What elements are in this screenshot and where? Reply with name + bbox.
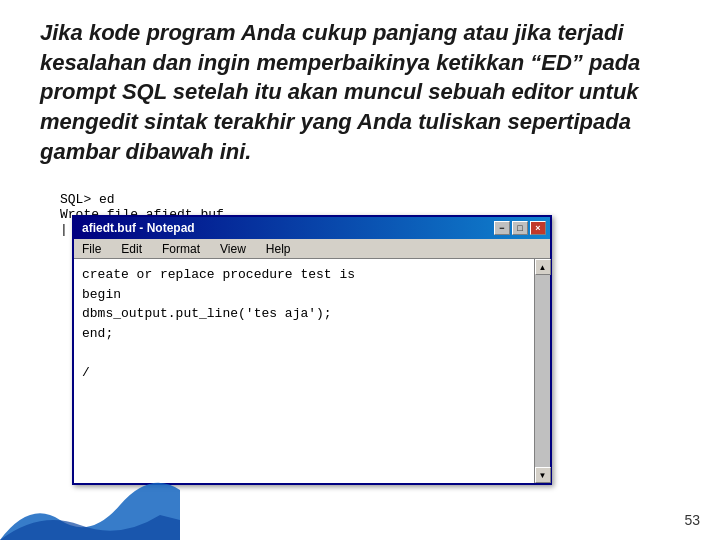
scroll-track [535, 275, 550, 467]
menu-format[interactable]: Format [158, 241, 204, 257]
maximize-button[interactable]: □ [512, 221, 528, 235]
menu-view[interactable]: View [216, 241, 250, 257]
scroll-up-button[interactable]: ▲ [535, 259, 551, 275]
notepad-menubar: File Edit Format View Help [74, 239, 550, 259]
main-paragraph: Jika kode program Anda cukup panjang ata… [40, 18, 680, 166]
scroll-down-button[interactable]: ▼ [535, 467, 551, 483]
wave-decoration [0, 450, 180, 540]
menu-edit[interactable]: Edit [117, 241, 146, 257]
close-button[interactable]: × [530, 221, 546, 235]
notepad-scrollbar: ▲ ▼ [534, 259, 550, 483]
minimize-button[interactable]: − [494, 221, 510, 235]
slide-container: Jika kode program Anda cukup panjang ata… [0, 0, 720, 540]
notepad-titlebar: afiedt.buf - Notepad − □ × [74, 217, 550, 239]
page-number: 53 [684, 512, 700, 528]
menu-file[interactable]: File [78, 241, 105, 257]
menu-help[interactable]: Help [262, 241, 295, 257]
sql-prompt-line1: SQL> ed [60, 192, 224, 207]
titlebar-buttons: − □ × [494, 221, 546, 235]
notepad-title: afiedt.buf - Notepad [82, 221, 494, 235]
notepad-window: afiedt.buf - Notepad − □ × File Edit For… [72, 215, 552, 485]
